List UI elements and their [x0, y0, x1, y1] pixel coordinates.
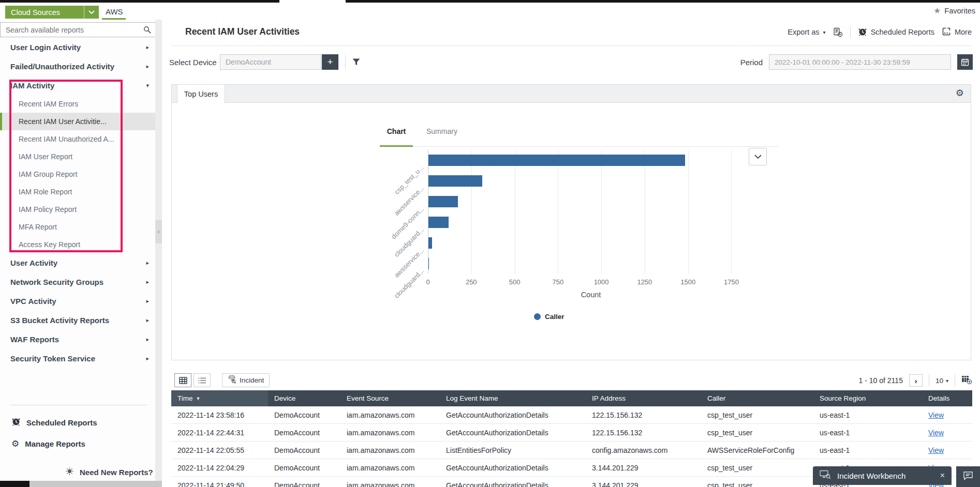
chart-ylabels: csp_test_u...awsservice...dome9-conn...c… — [172, 103, 424, 330]
list-view-button[interactable] — [194, 373, 211, 387]
fingerprint-search-icon — [228, 375, 236, 385]
legend-item-caller[interactable]: Caller — [534, 313, 565, 321]
sidebar-item-recent-iam-user-activitie[interactable]: Recent IAM User Activitie... — [0, 113, 155, 130]
incident-workbench-bar[interactable]: Incident Workbench × — [813, 466, 952, 485]
cell-log-event-name: GetAccountAuthorizationDetails — [440, 424, 586, 441]
sidebar-item-recent-iam-errors[interactable]: Recent IAM Errors — [0, 95, 155, 113]
column-header-time[interactable]: Time▼ — [171, 390, 268, 406]
view-details-link[interactable]: View — [928, 429, 944, 437]
sidebar-item-label: User Login Activity — [10, 43, 81, 52]
favorites-button[interactable]: ★ Favorites — [933, 7, 975, 15]
search-icon[interactable] — [143, 26, 155, 34]
header-divider — [850, 26, 851, 38]
scheduled-reports-label: Scheduled Reports — [871, 28, 934, 36]
add-column-icon[interactable] — [961, 375, 972, 386]
sidebar-item-security-token-service[interactable]: Security Token Service▸ — [0, 349, 155, 368]
sidebar-item-failed-unauthorized-activity[interactable]: Failed/Unauthorized Activity▸ — [0, 57, 155, 76]
sidebar-item-iam-policy-report[interactable]: IAM Policy Report — [0, 201, 155, 218]
legend-label: Caller — [545, 313, 565, 321]
chevron-down-icon[interactable] — [84, 6, 99, 19]
cell-event-source: iam.amazonaws.com — [340, 459, 440, 476]
column-header-label: Caller — [707, 394, 725, 402]
sidebar-item-user-login-activity[interactable]: User Login Activity▸ — [0, 38, 155, 57]
sidebar-item-iam-user-report[interactable]: IAM User Report — [0, 148, 155, 165]
cell-caller: csp_test_user — [701, 406, 813, 423]
export-as-button[interactable]: Export as ▾ — [788, 28, 825, 36]
column-header-details[interactable]: Details — [922, 390, 972, 406]
device-input[interactable] — [220, 54, 321, 70]
chart-bar — [428, 217, 449, 228]
x-tick-label: 500 — [502, 278, 528, 286]
cell-time: 2022-11-14 23:58:16 — [171, 406, 268, 423]
export-schedule-icon[interactable] — [833, 27, 843, 37]
period-input[interactable] — [769, 54, 951, 70]
sidebar-group-iam-activity-header: IAM Activity▾ — [0, 76, 155, 95]
chart-bar — [428, 196, 458, 207]
sidebar-item-s3-bucket-activity-reports[interactable]: S3 Bucket Activity Reports▸ — [0, 311, 155, 330]
sidebar-item-iam-role-report[interactable]: IAM Role Report — [0, 183, 155, 201]
panel-settings-gear-icon[interactable]: ⚙ — [956, 88, 964, 98]
column-header-event-source[interactable]: Event Source — [340, 390, 440, 406]
view-details-link[interactable]: View — [928, 446, 944, 454]
pagination-toolbar: 1 - 10 of 2115 › 10 ▾ — [859, 374, 972, 387]
sidebar-item-waf-reports[interactable]: WAF Reports▸ — [0, 330, 155, 349]
sidebar-item-mfa-report[interactable]: MFA Report — [0, 218, 155, 236]
add-device-button[interactable]: + — [322, 54, 338, 70]
sidebar-collapse-handle[interactable]: ‹ — [155, 220, 162, 244]
sidebar-item-access-key-report[interactable]: Access Key Report — [0, 236, 155, 253]
need-new-reports-button[interactable]: Need New Reports? — [65, 465, 153, 479]
sidebar-scheduled-reports[interactable]: Scheduled Reports — [11, 415, 97, 430]
tab-top-users[interactable]: Top Users — [177, 85, 225, 103]
sidebar-item-iam-activity[interactable]: IAM Activity▾ — [0, 76, 155, 95]
incident-button[interactable]: Incident — [222, 373, 270, 387]
grid-view-button[interactable] — [174, 373, 191, 387]
column-header-ip-address[interactable]: IP Address — [586, 390, 701, 406]
calendar-button[interactable] — [957, 54, 973, 70]
pagination-divider — [929, 375, 929, 386]
table-row: 2022-11-14 22:05:55DemoAccountiam.amazon… — [171, 442, 972, 459]
column-header-device[interactable]: Device — [268, 390, 340, 406]
filter-funnel-icon[interactable] — [352, 58, 360, 68]
cell-time: 2022-11-14 22:44:31 — [171, 424, 268, 441]
report-actions: Export as ▾ Scheduled Reports More — [788, 26, 972, 38]
chevron-down-icon: ▾ — [146, 82, 149, 89]
close-icon[interactable]: × — [940, 471, 945, 480]
x-tick-label: 0 — [415, 278, 441, 286]
cell-details: View — [922, 442, 972, 459]
cell-source-region: us-east-1 — [813, 442, 922, 459]
view-details-link[interactable]: View — [928, 411, 944, 419]
column-header-label: Details — [928, 394, 949, 402]
sidebar-item-recent-iam-unauthorized-a[interactable]: Recent IAM Unauthorized A... — [0, 130, 155, 148]
sidebar-item-network-security-groups[interactable]: Network Security Groups▸ — [0, 272, 155, 292]
next-page-button[interactable]: › — [909, 374, 923, 387]
sidebar-item-user-activity[interactable]: User Activity▸ — [0, 253, 155, 272]
tab-aws[interactable]: AWS — [106, 7, 123, 16]
sidebar-manage-reports[interactable]: ⚙ Manage Reports — [11, 436, 85, 451]
bottom-left-dark-strip — [0, 481, 29, 487]
cell-source-region: us-east-1 — [813, 424, 922, 441]
column-header-source-region[interactable]: Source Region — [813, 390, 922, 406]
cell-ip-address: 3.144.201.229 — [586, 459, 701, 476]
column-header-caller[interactable]: Caller — [701, 390, 813, 406]
cell-time: 2022-11-14 21:49:50 — [171, 477, 268, 487]
caret-down-icon: ▾ — [946, 378, 948, 384]
cell-ip-address: 122.15.156.132 — [586, 406, 701, 423]
more-label: More — [955, 28, 972, 36]
page-size-dropdown[interactable]: 10 ▾ — [936, 377, 948, 385]
tab-summary[interactable]: Summary — [426, 127, 457, 135]
gear-icon: ⚙ — [11, 439, 19, 448]
select-device-label: Select Device — [169, 58, 217, 67]
chat-button[interactable] — [956, 466, 980, 487]
search-input[interactable] — [1, 26, 143, 34]
cell-device: DemoAccount — [268, 477, 340, 487]
cloud-sources-dropdown[interactable]: Cloud Sources — [5, 6, 99, 19]
scheduled-reports-button[interactable]: Scheduled Reports — [858, 27, 934, 38]
sidebar-item-vpc-activity[interactable]: VPC Activity▸ — [0, 292, 155, 311]
sidebar-item-iam-group-report[interactable]: IAM Group Report — [0, 165, 155, 183]
cell-source-region: us-east-1 — [813, 406, 922, 423]
chevron-right-icon: ▸ — [146, 63, 149, 70]
sidebar-item-label: S3 Bucket Activity Reports — [10, 316, 109, 325]
column-header-log-event-name[interactable]: Log Event Name — [440, 390, 586, 406]
more-button[interactable]: More — [942, 27, 972, 38]
cell-device: DemoAccount — [268, 442, 340, 459]
